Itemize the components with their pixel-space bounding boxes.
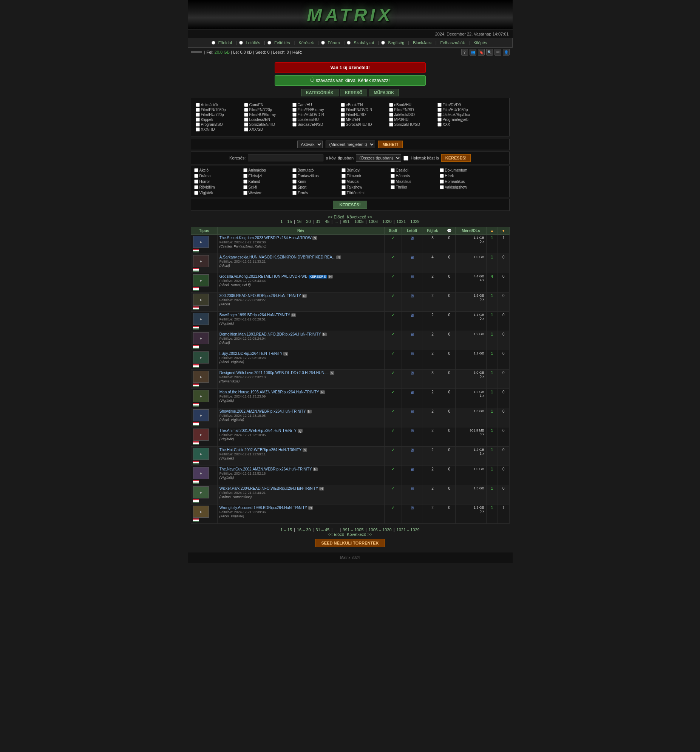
category-checkbox-klippek[interactable] <box>196 118 200 122</box>
page-1-15[interactable]: 1 – 15 <box>280 219 292 224</box>
users-icon[interactable]: 👥 <box>470 49 476 56</box>
torrent-download-cell[interactable]: 🖥 <box>402 485 422 505</box>
genre-checkbox-vgjtk[interactable] <box>194 191 198 195</box>
nav-radio-fooldal[interactable] <box>211 41 215 45</box>
genre-checkbox-hrek[interactable] <box>440 174 444 178</box>
nav-segitseg[interactable]: Segítség <box>386 40 406 46</box>
category-checkbox-xxxsd[interactable] <box>244 127 248 132</box>
genre-checkbox-trtnelmi[interactable] <box>341 191 346 195</box>
status-select[interactable]: Aktívak Összes <box>297 141 323 148</box>
nav-kilepes[interactable]: Kilépés <box>472 40 489 46</box>
page-31-45[interactable]: 31 – 45 <box>316 219 330 224</box>
nav-fooldal[interactable]: Főoldal <box>217 40 233 46</box>
profile-icon[interactable]: 👤 <box>503 49 510 56</box>
category-checkbox-mphu[interactable] <box>389 118 393 122</box>
torrent-title-link[interactable]: Demolition.Man.1993.READ.NFO.BDRip.x264.… <box>219 332 321 336</box>
torrent-download-cell[interactable]: 🖥 <box>402 254 422 273</box>
help-icon[interactable]: ? <box>461 49 468 56</box>
torrent-download-cell[interactable]: 🖥 <box>402 370 422 389</box>
category-checkbox-xxx[interactable] <box>438 123 442 127</box>
category-checkbox-filmhup[interactable] <box>438 108 442 112</box>
nav-felhasznalok[interactable]: Felhasználók <box>439 40 467 46</box>
nav-blackjack[interactable]: BlackJack <box>411 40 433 46</box>
torrent-title-link[interactable]: Wrongfully.Accused.1998.BDRip.x264.HuN-T… <box>219 506 307 510</box>
category-checkbox-filmensd[interactable] <box>389 108 393 112</box>
category-checkbox-camen[interactable] <box>244 103 248 107</box>
category-checkbox-losslesshu[interactable] <box>292 118 296 122</box>
genre-checkbox-rvidfilm[interactable] <box>194 185 198 189</box>
category-checkbox-losslessen[interactable] <box>244 118 248 122</box>
genre-checkbox-kaland[interactable] <box>243 180 247 184</box>
bookmark-icon[interactable]: 🔖 <box>478 49 485 56</box>
category-checkbox-sorozatensd[interactable] <box>292 123 296 127</box>
page-1006-1020[interactable]: 1006 – 1020 <box>368 219 391 224</box>
torrent-download-cell[interactable]: 🖥 <box>402 273 422 292</box>
genre-checkbox-misztikus[interactable] <box>391 180 395 184</box>
torrent-title-link[interactable]: The.Secret.Kingdom.2023.WEBRiP.x264.Hun-… <box>219 236 312 240</box>
torrent-title-link[interactable]: Showtime.2002.AMZN.WEBRip.x264.HuN-TRiNi… <box>219 409 306 413</box>
category-checkbox-filmhudvdr[interactable] <box>292 113 296 117</box>
nav-keresek[interactable]: Kérések <box>297 40 315 46</box>
category-checkbox-filmdvd[interactable] <box>438 103 442 107</box>
torrent-title-link[interactable]: Designed.With.Love.2021.1080p.WEB-DL.DD+… <box>219 371 329 375</box>
category-checkbox-camhu[interactable] <box>292 103 296 107</box>
torrent-download-cell[interactable]: 🖥 <box>402 331 422 350</box>
torrent-download-cell[interactable]: 🖥 <box>402 292 422 312</box>
torrent-title-link[interactable]: The.Hot.Chick.2002.WEBRip.x264.HuN-TRiNi… <box>219 448 301 452</box>
category-checkbox-xxxhd[interactable] <box>196 127 200 132</box>
download-icon[interactable]: 🖥 <box>410 255 414 259</box>
page-16-30-bottom[interactable]: 16 – 30 <box>297 528 311 532</box>
genre-checkbox-krimi[interactable] <box>292 180 296 184</box>
search-input[interactable] <box>248 155 323 162</box>
genre-checkbox-drma[interactable] <box>194 174 198 178</box>
nav-radio-szabalyzat[interactable] <box>347 41 351 45</box>
tab-categories[interactable]: KATEGÓRIÁK <box>301 89 338 96</box>
display-select[interactable]: (Mindent megjelenít) <box>326 141 375 148</box>
genre-checkbox-bemutat[interactable] <box>292 168 296 172</box>
type-select[interactable]: (Összes típusban) <box>356 154 401 162</box>
genre-checkbox-bngyi[interactable] <box>341 168 346 172</box>
genre-checkbox-hbors[interactable] <box>391 174 395 178</box>
torrent-download-cell[interactable]: 🖥 <box>402 389 422 408</box>
category-checkbox-sorozatenhd[interactable] <box>244 123 248 127</box>
category-checkbox-ebooken[interactable] <box>341 103 345 107</box>
category-checkbox-jtkokiso[interactable] <box>389 113 393 117</box>
next-link-bottom[interactable]: Következő >> <box>347 532 372 537</box>
nav-radio-segitseg[interactable] <box>381 41 385 45</box>
torrent-download-cell[interactable]: 🖥 <box>402 350 422 370</box>
genre-checkbox-romantikus[interactable] <box>440 180 444 184</box>
next-link[interactable]: Következő >> <box>347 214 372 219</box>
category-checkbox-sorozathuhd[interactable] <box>341 123 345 127</box>
prev-link[interactable]: << Előző <box>328 214 344 219</box>
category-checkbox-filmenp[interactable] <box>196 108 200 112</box>
nav-radio-letoltes[interactable] <box>239 41 243 45</box>
genre-checkbox-animcis[interactable] <box>243 168 247 172</box>
genre-checkbox-akci[interactable] <box>194 168 198 172</box>
download-icon[interactable]: 🖥 <box>410 486 414 491</box>
torrent-title-link[interactable]: I.Spy.2002.BDRip.x264.HuN-TRiNiTY <box>219 351 282 356</box>
tab-genres[interactable]: MŰFAJOK <box>369 89 399 96</box>
genre-checkbox-thriller[interactable] <box>391 185 395 189</box>
torrent-title-link[interactable]: The.New.Guy.2002.AMZN.WEBRip.x264.HuN-TR… <box>219 467 312 471</box>
nav-szabalyzat[interactable]: Szabályzat <box>352 40 376 46</box>
download-icon[interactable]: 🖥 <box>410 448 414 452</box>
download-icon[interactable]: 🖥 <box>410 274 414 279</box>
keresés-button[interactable]: KERESÉS! <box>333 200 367 209</box>
nav-feltoltes[interactable]: Feltöltés <box>273 40 292 46</box>
download-icon[interactable]: 🖥 <box>410 332 414 337</box>
download-icon[interactable]: 🖥 <box>410 390 414 395</box>
page-1-15-bottom[interactable]: 1 – 15 <box>280 528 292 532</box>
torrent-title-link[interactable]: Godzilla.vs.Kong.2021.RETAIL.HUN.PAL.DVD… <box>219 274 307 278</box>
category-checkbox-filmhubluray[interactable] <box>244 113 248 117</box>
prev-link-bottom[interactable]: << Előző <box>328 532 344 537</box>
page-991-1005-bottom[interactable]: 991 – 1005 <box>343 528 363 532</box>
dead-checkbox[interactable] <box>404 156 408 161</box>
category-checkbox-mpen[interactable] <box>341 118 345 122</box>
category-checkbox-jtkokripdox[interactable] <box>438 113 442 117</box>
nav-radio-forum[interactable] <box>321 41 325 45</box>
download-icon[interactable]: 🖥 <box>410 236 414 240</box>
new-message-banner[interactable]: Van 1 új üzeneted! <box>275 62 426 73</box>
genre-checkbox-sport[interactable] <box>292 185 296 189</box>
nav-radio-feltoltes[interactable] <box>267 41 271 45</box>
page-991-1005[interactable]: 991 – 1005 <box>343 219 363 224</box>
